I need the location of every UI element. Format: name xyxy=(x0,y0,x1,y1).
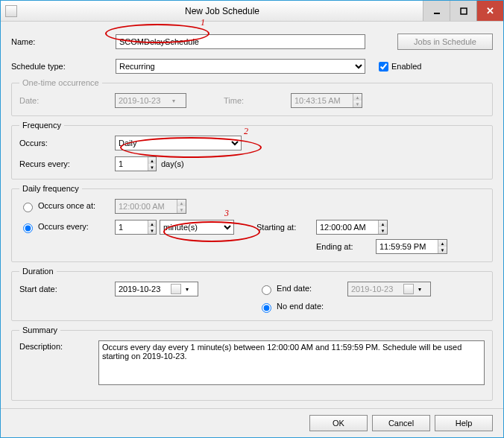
cancel-button[interactable]: Cancel xyxy=(372,415,430,431)
one-time-date-picker: ▾ xyxy=(115,93,186,108)
description-text[interactable] xyxy=(98,340,485,385)
spinner-up-icon[interactable]: ▲ xyxy=(379,220,387,227)
occurs-once-label: Occurs once at: xyxy=(38,201,95,210)
spinner-down-icon[interactable]: ▼ xyxy=(148,164,156,171)
occurs-every-unit-select[interactable]: minute(s) xyxy=(160,220,234,235)
enabled-label: Enabled xyxy=(391,62,421,71)
calendar-icon[interactable] xyxy=(171,284,181,294)
spinner-down-icon[interactable]: ▼ xyxy=(438,247,447,253)
dialog-footer: OK Cancel Help xyxy=(1,408,503,437)
description-label: Description: xyxy=(19,340,98,351)
starting-at-spinner[interactable]: ▲▼ xyxy=(316,220,388,235)
name-label: Name: xyxy=(11,37,116,46)
minimize-button[interactable] xyxy=(423,1,450,21)
days-unit-label: day(s) xyxy=(161,159,184,168)
name-input[interactable] xyxy=(116,34,365,49)
occurs-every-radio[interactable] xyxy=(23,223,33,233)
recurs-every-spinner[interactable]: ▲▼ xyxy=(115,156,157,171)
jobs-in-schedule-button[interactable]: Jobs in Schedule xyxy=(397,34,493,50)
daily-frequency-legend: Daily frequency xyxy=(19,184,82,193)
svg-rect-0 xyxy=(434,13,440,14)
title-bar: New Job Schedule ✕ xyxy=(1,1,503,22)
one-time-legend: One-time occurrence xyxy=(19,78,102,87)
frequency-legend: Frequency xyxy=(19,121,64,130)
spinner-up-icon[interactable]: ▲ xyxy=(438,240,447,247)
occurs-every-value-spinner[interactable]: ▲▼ xyxy=(115,220,157,235)
occurs-label: Occurs: xyxy=(19,139,115,147)
daily-frequency-group: Daily frequency Occurs once at: ▲▼ Occur… xyxy=(11,184,493,262)
starting-at-label: Starting at: xyxy=(256,223,316,232)
svg-rect-1 xyxy=(461,8,467,14)
schedule-type-select[interactable]: Recurring xyxy=(116,59,365,74)
end-date-picker: ▾ xyxy=(347,282,431,296)
start-date-picker[interactable]: ▾ xyxy=(115,282,198,296)
occurs-select[interactable]: Daily xyxy=(115,136,242,150)
chevron-down-icon[interactable]: ▾ xyxy=(183,286,192,293)
window-title: New Job Schedule xyxy=(22,6,423,16)
frequency-group: Frequency Occurs: Daily Recurs every: ▲▼… xyxy=(11,121,493,180)
help-button[interactable]: Help xyxy=(435,415,493,431)
occurs-once-time-spinner: ▲▼ xyxy=(115,199,186,214)
dialog-window: New Job Schedule ✕ 1 2 3 Name: Jobs in S… xyxy=(0,0,504,438)
calendar-icon xyxy=(403,284,414,294)
summary-legend: Summary xyxy=(19,326,60,334)
one-time-group: One-time occurrence Date: ▾ Time: ▲▼ xyxy=(11,78,493,116)
dialog-body: 1 2 3 Name: Jobs in Schedule Schedule ty… xyxy=(1,22,503,408)
no-end-date-radio[interactable] xyxy=(262,303,271,313)
end-date-label: End date: xyxy=(277,284,312,293)
app-icon xyxy=(5,5,17,17)
close-button[interactable]: ✕ xyxy=(476,1,503,21)
occurs-once-radio[interactable] xyxy=(23,203,33,212)
no-end-date-label: No end date: xyxy=(277,302,324,311)
ending-at-label: Ending at: xyxy=(316,242,376,251)
one-time-time-spinner: ▲▼ xyxy=(291,93,362,108)
date-label: Date: xyxy=(19,96,115,105)
occurs-every-label: Occurs every: xyxy=(38,222,89,231)
recurs-every-label: Recurs every: xyxy=(19,159,115,168)
summary-group: Summary Description: xyxy=(11,326,493,401)
spinner-down-icon[interactable]: ▼ xyxy=(379,227,387,234)
chevron-down-icon: ▾ xyxy=(415,286,424,293)
ending-at-spinner[interactable]: ▲▼ xyxy=(376,239,447,254)
enabled-checkbox[interactable] xyxy=(379,62,388,72)
maximize-button[interactable] xyxy=(450,1,476,21)
ok-button[interactable]: OK xyxy=(309,415,368,431)
duration-group: Duration Start date: ▾ End date: ▾ xyxy=(11,267,493,321)
window-buttons: ✕ xyxy=(423,1,503,21)
start-date-label: Start date: xyxy=(19,285,115,293)
schedule-type-label: Schedule type: xyxy=(11,62,116,71)
spinner-down-icon[interactable]: ▼ xyxy=(148,227,156,234)
duration-legend: Duration xyxy=(19,267,57,276)
end-date-radio[interactable] xyxy=(262,285,271,295)
spinner-up-icon[interactable]: ▲ xyxy=(148,157,156,164)
chevron-down-icon: ▾ xyxy=(169,98,178,104)
time-label: Time: xyxy=(224,96,261,105)
spinner-up-icon[interactable]: ▲ xyxy=(148,220,156,227)
